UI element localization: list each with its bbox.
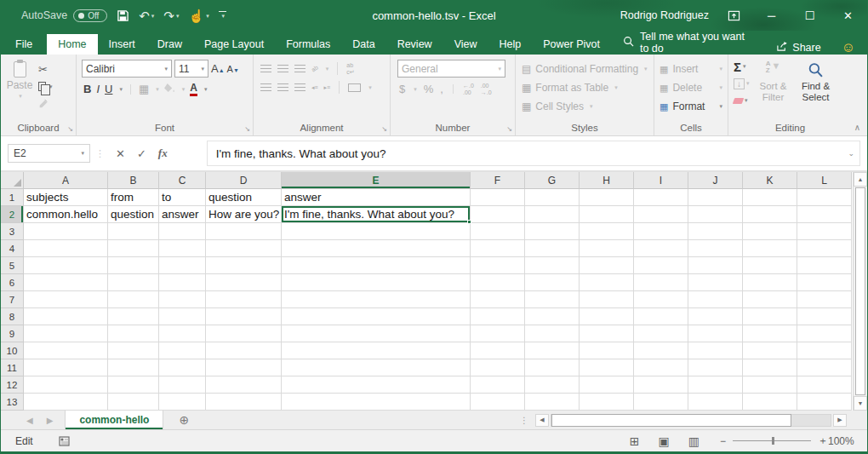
cell-F8[interactable]	[471, 308, 525, 325]
percent-format-button[interactable]: %	[424, 83, 434, 95]
paste-caret-icon[interactable]: ▾	[19, 93, 22, 100]
maximize-button[interactable]: ☐	[791, 0, 829, 31]
cell-C7[interactable]	[159, 291, 206, 308]
cell-E5[interactable]	[282, 257, 471, 274]
cell-C9[interactable]	[159, 325, 206, 342]
tab-help[interactable]: Help	[488, 34, 533, 55]
cell-A13[interactable]	[24, 394, 108, 411]
macro-record-icon[interactable]	[59, 435, 71, 446]
touch-mouse-mode-button[interactable]: ☝▾	[188, 9, 208, 22]
cell-I8[interactable]	[634, 308, 688, 325]
cell-L5[interactable]	[797, 257, 852, 274]
cell-A7[interactable]	[24, 291, 108, 308]
close-button[interactable]: ✕	[829, 0, 867, 31]
scroll-up-arrow-icon[interactable]: ▲	[854, 172, 867, 187]
cell-G13[interactable]	[525, 394, 580, 411]
insert-function-button[interactable]: fx	[158, 147, 168, 160]
cell-J12[interactable]	[688, 376, 743, 394]
cell-J1[interactable]	[688, 189, 743, 206]
cell-B7[interactable]	[108, 291, 159, 308]
decrease-font-size-button[interactable]: A▼	[227, 64, 239, 74]
tab-draw[interactable]: Draw	[146, 34, 193, 55]
tab-file[interactable]: File	[1, 34, 47, 55]
row-header-4[interactable]: 4	[1, 240, 24, 257]
cell-A4[interactable]	[24, 240, 108, 257]
tab-scrollbar-splitter[interactable]: ⋮	[520, 411, 535, 429]
cell-B12[interactable]	[108, 376, 159, 394]
undo-caret-icon[interactable]: ▾	[151, 13, 155, 19]
cell-B2[interactable]: question	[108, 206, 159, 223]
orientation-caret-icon[interactable]: ▾	[326, 66, 329, 72]
cell-A9[interactable]	[24, 325, 108, 342]
cell-G7[interactable]	[525, 291, 580, 308]
cell-B9[interactable]	[108, 325, 159, 342]
cell-I3[interactable]	[634, 223, 688, 240]
align-right-icon[interactable]	[294, 83, 306, 91]
cell-D7[interactable]	[206, 291, 282, 308]
feedback-smiley-icon[interactable]: ☺	[842, 41, 855, 55]
fill-button[interactable]: ↓▾	[734, 77, 750, 90]
cell-H7[interactable]	[580, 291, 634, 308]
cell-J10[interactable]	[688, 342, 743, 359]
cell-C1[interactable]: to	[159, 189, 206, 206]
touch-mode-caret-icon[interactable]: ▾	[206, 13, 209, 19]
cell-K12[interactable]	[743, 376, 797, 394]
cell-I7[interactable]	[634, 291, 688, 308]
column-header-J[interactable]: J	[688, 172, 743, 189]
column-header-F[interactable]: F	[471, 172, 525, 189]
sheet-tab-common-hello[interactable]: common-hello	[65, 411, 163, 429]
bold-button[interactable]: B	[83, 83, 91, 95]
clipboard-dialog-launcher-icon[interactable]: ↘	[67, 125, 73, 133]
cell-G1[interactable]	[525, 189, 580, 206]
paste-button[interactable]: Paste ▾	[1, 58, 38, 120]
cell-F9[interactable]	[471, 325, 525, 342]
cell-D4[interactable]	[206, 240, 282, 257]
column-header-A[interactable]: A	[24, 172, 108, 189]
cell-L13[interactable]	[797, 394, 852, 411]
scroll-down-arrow-icon[interactable]: ▼	[854, 396, 867, 411]
increase-indent-icon[interactable]: ▸≡	[324, 84, 331, 91]
cell-E3[interactable]	[282, 223, 471, 240]
cell-K11[interactable]	[743, 359, 797, 376]
scroll-left-arrow-icon[interactable]: ◀	[535, 414, 549, 427]
fill-handle[interactable]	[467, 220, 471, 224]
row-header-8[interactable]: 8	[1, 308, 24, 325]
column-header-D[interactable]: D	[206, 172, 282, 189]
cell-C8[interactable]	[159, 308, 206, 325]
row-header-2[interactable]: 2	[1, 206, 24, 223]
horizontal-scrollbar-track[interactable]	[551, 414, 831, 427]
tab-formulas[interactable]: Formulas	[275, 34, 341, 55]
cell-L12[interactable]	[797, 376, 852, 394]
fill-color-caret-icon[interactable]: ▾	[182, 86, 186, 93]
cell-J3[interactable]	[688, 223, 743, 240]
align-center-icon[interactable]	[277, 83, 288, 91]
autosave-pill[interactable]: Off	[73, 9, 107, 22]
cell-D9[interactable]	[206, 325, 282, 342]
cell-A11[interactable]	[24, 359, 108, 376]
ribbon-display-options-button[interactable]	[728, 9, 740, 22]
alignment-dialog-launcher-icon[interactable]: ↘	[381, 125, 387, 133]
cell-H11[interactable]	[580, 359, 634, 376]
column-header-C[interactable]: C	[159, 172, 206, 189]
cell-B10[interactable]	[108, 342, 159, 359]
cell-I13[interactable]	[634, 394, 688, 411]
cell-D5[interactable]	[206, 257, 282, 274]
cell-D3[interactable]	[206, 223, 282, 240]
borders-button[interactable]: ▦	[139, 83, 149, 95]
cell-F11[interactable]	[471, 359, 525, 376]
cell-E8[interactable]	[282, 308, 471, 325]
underline-caret-icon[interactable]: ▾	[119, 86, 123, 93]
cell-D12[interactable]	[206, 376, 282, 394]
share-button[interactable]: Share	[776, 41, 820, 55]
row-header-5[interactable]: 5	[1, 257, 24, 274]
find-select-button[interactable]: Find & Select	[797, 58, 835, 120]
borders-caret-icon[interactable]: ▾	[156, 86, 159, 93]
cell-G8[interactable]	[525, 308, 580, 325]
cell-F5[interactable]	[471, 257, 525, 274]
cell-E1[interactable]: answer	[282, 189, 471, 206]
cell-H8[interactable]	[580, 308, 634, 325]
cancel-entry-button[interactable]: ✕	[116, 147, 125, 160]
cell-F3[interactable]	[471, 223, 525, 240]
cell-C10[interactable]	[159, 342, 206, 359]
formula-input[interactable]: I'm fine, thanks. What about you? ⌄	[207, 141, 860, 166]
